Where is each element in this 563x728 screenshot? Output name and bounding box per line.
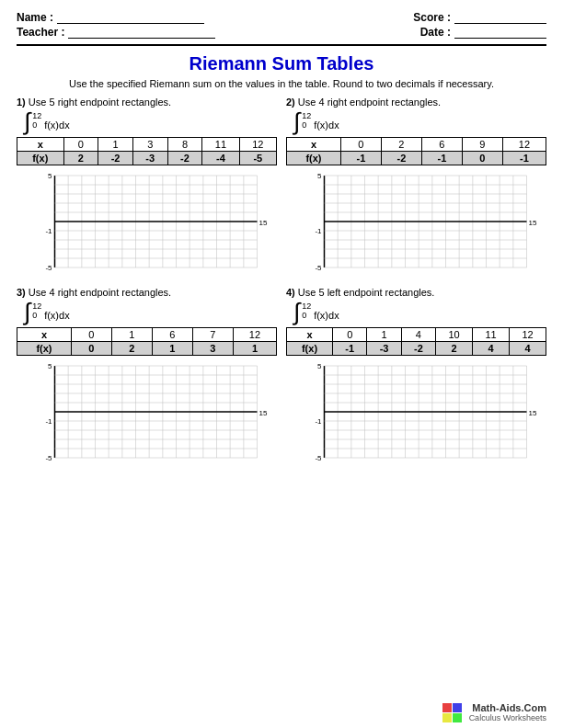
name-field: Name :	[17, 11, 204, 24]
score-input-line	[454, 11, 546, 24]
table-cell: 9	[462, 138, 502, 152]
table-row-fx: f(x)2-2-3-2-4-5	[17, 152, 277, 165]
integral-symbol: ∫	[24, 300, 30, 324]
integral-limits: 12 0	[302, 300, 311, 324]
logo-cell-3	[442, 713, 452, 722]
table-row-fx: f(x)-1-3-2244	[287, 342, 546, 356]
problem-4-table: x014101112f(x)-1-3-2244	[286, 327, 546, 356]
table-cell: 6	[421, 138, 462, 152]
table-row-fx: f(x)-1-2-10-1	[287, 152, 546, 165]
problem-2-table: x026912f(x)-1-2-10-1	[286, 137, 546, 165]
page: Name : Score : Teacher : Date : Riemann …	[0, 0, 563, 728]
integral-lower: 0	[32, 120, 41, 130]
footer-name: Math-Aids.Com	[472, 702, 546, 713]
logo-cell-2	[453, 703, 462, 712]
header-divider	[17, 44, 546, 46]
table-row-x: x014101112	[287, 328, 546, 342]
table-row-x: x01381112	[17, 138, 277, 152]
problem-3-graph: 5-1-515	[17, 361, 277, 472]
graph-svg: 5-1-515	[286, 361, 546, 472]
header-row-1: Name : Score :	[17, 11, 546, 24]
table-cell: 11	[473, 328, 510, 342]
table-cell: 12	[239, 138, 276, 152]
table-cell: -4	[202, 152, 239, 165]
integral-upper: 12	[302, 111, 311, 120]
table-cell: 0	[71, 328, 111, 342]
integral-symbol: ∫	[24, 109, 30, 133]
svg-text:15: 15	[529, 409, 537, 417]
table-cell: 1	[111, 328, 152, 342]
integral-upper: 12	[302, 301, 311, 311]
table-cell: 1	[152, 342, 192, 356]
page-title: Riemann Sum Tables	[17, 53, 546, 74]
date-label: Date :	[420, 26, 451, 39]
graph-svg: 5-1-515	[17, 171, 277, 281]
problem-2-graph: 5-1-515	[286, 171, 546, 281]
footer-sub: Calculus Worksheets	[469, 713, 546, 722]
table-cell: 2	[381, 138, 421, 152]
problem-3-table: x016712f(x)02131	[17, 327, 277, 356]
logo-cell-4	[453, 713, 462, 722]
table-cell: -2	[167, 152, 202, 165]
footer-logo: Math-Aids.Com Calculus Worksheets	[469, 702, 546, 722]
table-cell: 0	[340, 138, 381, 152]
instructions: Use the specified Riemann sum on the val…	[17, 78, 546, 89]
integral-lower: 0	[32, 311, 41, 320]
graph-svg: 5-1-515	[17, 361, 277, 472]
logo-grid	[442, 703, 462, 722]
svg-text:15: 15	[259, 219, 268, 227]
teacher-field: Teacher :	[17, 26, 215, 39]
problem-4-integral: ∫ 12 0 f(x)dx	[293, 300, 546, 324]
footer: Math-Aids.Com Calculus Worksheets	[442, 702, 546, 722]
integral-limits: 12 0	[302, 109, 311, 133]
table-cell: 0	[333, 328, 367, 342]
table-cell: 1	[367, 328, 401, 342]
table-cell: 3	[192, 342, 233, 356]
problem-3-header: 3) Use 4 right endpoint rectangles.	[17, 287, 277, 298]
problem-1: 1) Use 5 right endpoint rectangles. ∫ 12…	[17, 97, 277, 281]
table-cell: 12	[233, 328, 276, 342]
svg-text:5: 5	[317, 362, 322, 370]
svg-text:-5: -5	[315, 264, 322, 272]
problem-2-integral: ∫ 12 0 f(x)dx	[293, 109, 546, 133]
table-cell: 6	[152, 328, 192, 342]
svg-text:-1: -1	[315, 417, 322, 426]
integral-upper: 12	[32, 111, 41, 120]
table-cell: -2	[98, 152, 133, 165]
problem-4-header: 4) Use 5 left endpoint rectangles.	[286, 287, 546, 298]
name-input-line	[57, 11, 204, 24]
integral-limits: 12 0	[32, 109, 41, 133]
svg-text:5: 5	[317, 172, 322, 180]
table-cell: 12	[502, 138, 546, 152]
problem-4: 4) Use 5 left endpoint rectangles. ∫ 12 …	[286, 287, 546, 472]
integral-limits: 12 0	[32, 300, 41, 324]
table-cell: -2	[381, 152, 421, 165]
integral-func: f(x)dx	[44, 310, 70, 321]
table-cell: -3	[132, 152, 167, 165]
table-cell: 1	[233, 342, 276, 356]
integral-upper: 12	[32, 301, 41, 311]
table-cell: 4	[473, 342, 510, 356]
table-cell: 2	[436, 342, 473, 356]
table-cell: 12	[510, 328, 546, 342]
table-cell: 4	[401, 328, 435, 342]
problem-1-table: x01381112f(x)2-2-3-2-4-5	[17, 137, 277, 165]
table-cell: -2	[401, 342, 435, 356]
problem-1-header: 1) Use 5 right endpoint rectangles.	[17, 97, 277, 108]
svg-text:-5: -5	[315, 454, 322, 462]
table-cell: -1	[502, 152, 546, 165]
integral-lower: 0	[302, 120, 311, 130]
svg-text:15: 15	[529, 219, 537, 227]
table-cell: -1	[340, 152, 381, 165]
date-input-line	[454, 26, 546, 39]
table-cell: 4	[510, 342, 546, 356]
table-cell: -3	[367, 342, 401, 356]
logo-cell-1	[442, 703, 452, 712]
table-cell: 0	[462, 152, 502, 165]
table-cell: 2	[63, 152, 98, 165]
problem-4-graph: 5-1-515	[286, 361, 546, 472]
table-row-fx: f(x)02131	[17, 342, 277, 356]
table-row-x: x026912	[287, 138, 546, 152]
problem-3: 3) Use 4 right endpoint rectangles. ∫ 12…	[17, 287, 277, 472]
table-cell: -5	[239, 152, 276, 165]
